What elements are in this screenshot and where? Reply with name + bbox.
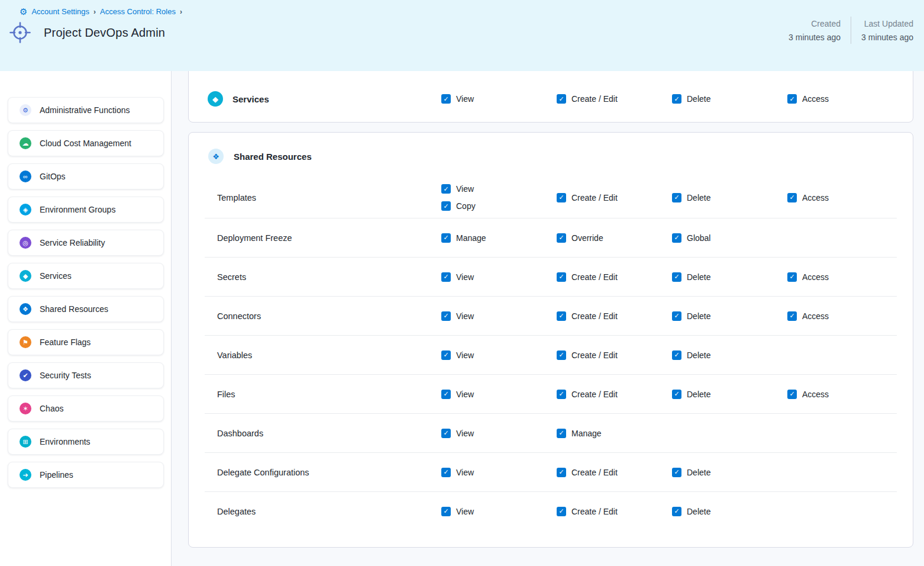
main-layout: ⚙Administrative Functions☁Cloud Cost Man…	[0, 71, 924, 566]
permission-create-edit-checkbox[interactable]: ✓Create / Edit	[557, 272, 618, 282]
checkbox-checked-icon[interactable]: ✓	[441, 390, 451, 399]
sidebar-item-feature-flags[interactable]: ⚑Feature Flags	[8, 329, 164, 355]
permission-access-checkbox[interactable]: ✓Access	[787, 311, 829, 321]
checkbox-checked-icon[interactable]: ✓	[441, 468, 451, 477]
sidebar-item-service-reliability[interactable]: ◎Service Reliability	[8, 230, 164, 256]
permission-access-checkbox[interactable]: ✓Access	[787, 390, 829, 399]
permission-access-checkbox[interactable]: ✓Access	[787, 94, 829, 104]
permission-cell: ✓Access	[787, 272, 897, 282]
breadcrumb-account-settings[interactable]: Account Settings	[31, 7, 89, 16]
sidebar-item-label: Environments	[40, 437, 91, 446]
sidebar-item-pipelines[interactable]: ➔Pipelines	[8, 462, 164, 488]
checkbox-checked-icon[interactable]: ✓	[672, 272, 681, 282]
permission-create-edit-checkbox[interactable]: ✓Create / Edit	[557, 350, 618, 360]
checkbox-checked-icon[interactable]: ✓	[557, 94, 566, 104]
permission-cell: ✓Create / Edit	[557, 390, 672, 399]
sidebar-item-services[interactable]: ◆Services	[8, 263, 164, 289]
permission-label: Create / Edit	[571, 193, 618, 202]
checkbox-checked-icon[interactable]: ✓	[441, 184, 451, 194]
checkbox-checked-icon[interactable]: ✓	[441, 311, 451, 321]
permission-global-checkbox[interactable]: ✓Global	[672, 233, 710, 243]
sidebar-item-environments[interactable]: ⊞Environments	[8, 429, 164, 455]
checkbox-checked-icon[interactable]: ✓	[672, 311, 681, 321]
permission-view-checkbox[interactable]: ✓View	[441, 429, 474, 438]
sidebar-item-environment-groups[interactable]: ◈Environment Groups	[8, 197, 164, 223]
permission-create-edit-checkbox[interactable]: ✓Create / Edit	[557, 94, 618, 104]
breadcrumb-access-control-roles[interactable]: Access Control: Roles	[100, 7, 176, 16]
checkbox-checked-icon[interactable]: ✓	[557, 350, 566, 360]
permission-view-checkbox[interactable]: ✓View	[441, 94, 474, 104]
permission-delete-checkbox[interactable]: ✓Delete	[672, 350, 710, 360]
permission-delete-checkbox[interactable]: ✓Delete	[672, 468, 710, 477]
permission-copy-checkbox[interactable]: ✓Copy	[441, 201, 476, 211]
permission-label: Delete	[687, 468, 710, 477]
checkbox-checked-icon[interactable]: ✓	[672, 350, 681, 360]
permission-create-edit-checkbox[interactable]: ✓Create / Edit	[557, 193, 618, 202]
permission-manage-checkbox[interactable]: ✓Manage	[441, 233, 486, 243]
checkbox-checked-icon[interactable]: ✓	[557, 507, 566, 516]
checkbox-checked-icon[interactable]: ✓	[672, 390, 681, 399]
permission-delete-checkbox[interactable]: ✓Delete	[672, 507, 710, 516]
permission-create-edit-checkbox[interactable]: ✓Create / Edit	[557, 311, 618, 321]
sidebar-item-security-tests[interactable]: ✔Security Tests	[8, 362, 164, 388]
checkbox-checked-icon[interactable]: ✓	[557, 233, 566, 243]
sidebar-item-chaos[interactable]: ✶Chaos	[8, 395, 164, 422]
permission-delete-checkbox[interactable]: ✓Delete	[672, 94, 710, 104]
checkbox-checked-icon[interactable]: ✓	[787, 311, 797, 321]
checkbox-checked-icon[interactable]: ✓	[441, 350, 451, 360]
checkbox-checked-icon[interactable]: ✓	[787, 94, 797, 104]
checkbox-checked-icon[interactable]: ✓	[787, 193, 797, 202]
created-meta: Created 3 minutes ago	[789, 19, 841, 42]
checkbox-checked-icon[interactable]: ✓	[441, 507, 451, 516]
checkbox-checked-icon[interactable]: ✓	[441, 429, 451, 438]
sidebar-item-gitops[interactable]: ∞GitOps	[8, 163, 164, 189]
permission-cell: ✓Create / Edit	[557, 507, 672, 516]
permission-view-checkbox[interactable]: ✓View	[441, 390, 474, 399]
permission-cell: ✓Global	[672, 233, 787, 243]
permission-delete-checkbox[interactable]: ✓Delete	[672, 311, 710, 321]
checkbox-checked-icon[interactable]: ✓	[787, 272, 797, 282]
permission-view-checkbox[interactable]: ✓View	[441, 350, 474, 360]
sidebar-item-cloud-cost-management[interactable]: ☁Cloud Cost Management	[8, 130, 164, 156]
permission-delete-checkbox[interactable]: ✓Delete	[672, 193, 710, 202]
checkbox-checked-icon[interactable]: ✓	[672, 507, 681, 516]
permission-create-edit-checkbox[interactable]: ✓Create / Edit	[557, 507, 618, 516]
permission-view-checkbox[interactable]: ✓View	[441, 468, 474, 477]
permission-delete-checkbox[interactable]: ✓Delete	[672, 390, 710, 399]
permission-override-checkbox[interactable]: ✓Override	[557, 233, 603, 243]
permission-cell: ✓Create / Edit	[557, 468, 672, 477]
checkbox-checked-icon[interactable]: ✓	[441, 233, 451, 243]
permission-delete-checkbox[interactable]: ✓Delete	[672, 272, 710, 282]
permission-view-checkbox[interactable]: ✓View	[441, 507, 474, 516]
checkbox-checked-icon[interactable]: ✓	[672, 94, 681, 104]
permission-label: Delete	[687, 193, 710, 202]
checkbox-checked-icon[interactable]: ✓	[557, 272, 566, 282]
created-label: Created	[789, 19, 841, 28]
service-reliability-icon: ◎	[20, 237, 31, 249]
sidebar-item-shared-resources[interactable]: ❖Shared Resources	[8, 296, 164, 322]
checkbox-checked-icon[interactable]: ✓	[557, 311, 566, 321]
checkbox-checked-icon[interactable]: ✓	[557, 390, 566, 399]
permission-view-checkbox[interactable]: ✓View	[441, 311, 474, 321]
checkbox-checked-icon[interactable]: ✓	[672, 193, 681, 202]
permission-create-edit-checkbox[interactable]: ✓Create / Edit	[557, 390, 618, 399]
checkbox-checked-icon[interactable]: ✓	[441, 201, 451, 211]
permission-view-checkbox[interactable]: ✓View	[441, 184, 474, 194]
sidebar-item-administrative-functions[interactable]: ⚙Administrative Functions	[8, 97, 164, 123]
permission-access-checkbox[interactable]: ✓Access	[787, 193, 829, 202]
chevron-right-icon: ›	[93, 8, 96, 16]
permission-access-checkbox[interactable]: ✓Access	[787, 272, 829, 282]
permission-view-checkbox[interactable]: ✓View	[441, 272, 474, 282]
permission-label: Delete	[687, 350, 710, 360]
checkbox-checked-icon[interactable]: ✓	[787, 390, 797, 399]
checkbox-checked-icon[interactable]: ✓	[557, 429, 566, 438]
checkbox-checked-icon[interactable]: ✓	[441, 272, 451, 282]
checkbox-checked-icon[interactable]: ✓	[672, 233, 681, 243]
checkbox-checked-icon[interactable]: ✓	[557, 193, 566, 202]
checkbox-checked-icon[interactable]: ✓	[557, 468, 566, 477]
permission-row-deployment-freeze: Deployment Freeze✓Manage✓Override✓Global	[205, 218, 897, 257]
checkbox-checked-icon[interactable]: ✓	[672, 468, 681, 477]
checkbox-checked-icon[interactable]: ✓	[441, 94, 451, 104]
permission-create-edit-checkbox[interactable]: ✓Create / Edit	[557, 468, 618, 477]
permission-manage-checkbox[interactable]: ✓Manage	[557, 429, 602, 438]
